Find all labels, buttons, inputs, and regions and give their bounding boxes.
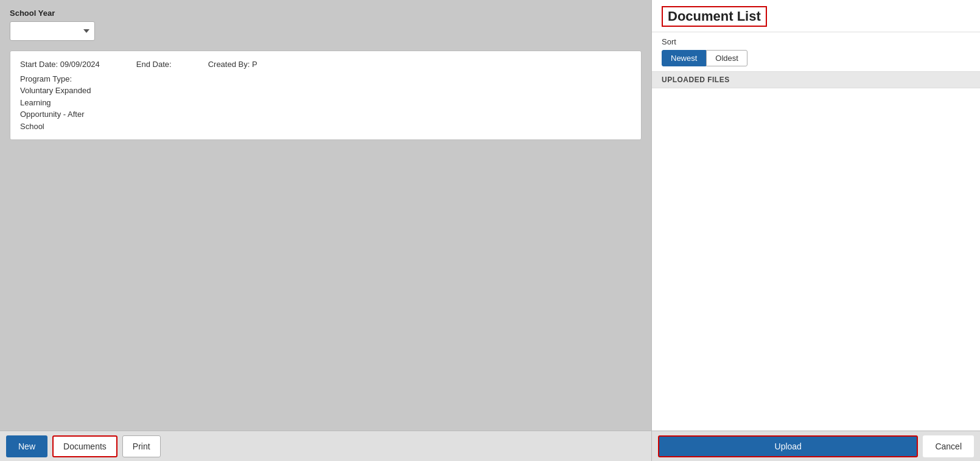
sort-buttons: Newest Oldest (662, 50, 970, 66)
uploaded-files-section: UPLOADED FILES (652, 72, 980, 431)
school-year-select[interactable] (10, 21, 95, 41)
document-list-title: Document List (662, 6, 767, 27)
sort-section: Sort Newest Oldest (652, 32, 980, 72)
start-date-label: Start Date: (20, 60, 58, 69)
info-card: Start Date: 09/09/2024 End Date: Created… (10, 51, 642, 140)
start-date-text: Start Date: 09/09/2024 (20, 58, 100, 71)
sort-oldest-button[interactable]: Oldest (706, 50, 747, 66)
end-date-label: End Date: (136, 60, 172, 69)
program-type-label: Program Type: (20, 73, 631, 85)
documents-button[interactable]: Documents (52, 435, 117, 457)
cancel-button[interactable]: Cancel (923, 435, 974, 457)
right-panel: Document List Sort Newest Oldest UPLOADE… (651, 0, 980, 431)
end-date-text: End Date: (136, 58, 172, 71)
program-type-line1: Voluntary Expanded (20, 85, 631, 97)
program-type-line3: Opportunity - After (20, 108, 631, 121)
new-button[interactable]: New (6, 435, 47, 457)
left-panel: School Year Start Date: 09/09/2024 End D… (0, 0, 651, 431)
program-type-line4: School (20, 121, 631, 133)
bottom-toolbar: New Documents Print Upload Cancel (0, 431, 980, 461)
print-button[interactable]: Print (122, 435, 161, 457)
uploaded-files-body (652, 88, 980, 431)
sort-newest-button[interactable]: Newest (662, 50, 706, 66)
document-list-header: Document List (652, 0, 980, 32)
created-by-text: Created By: P (208, 58, 257, 71)
school-year-label: School Year (10, 9, 642, 18)
upload-button[interactable]: Upload (658, 435, 918, 457)
uploaded-files-header: UPLOADED FILES (652, 72, 980, 88)
left-toolbar: New Documents Print (0, 431, 651, 461)
sort-label: Sort (662, 37, 970, 46)
program-type-line2: Learning (20, 97, 631, 109)
right-toolbar: Upload Cancel (651, 431, 980, 461)
start-date-value: 09/09/2024 (60, 60, 100, 69)
